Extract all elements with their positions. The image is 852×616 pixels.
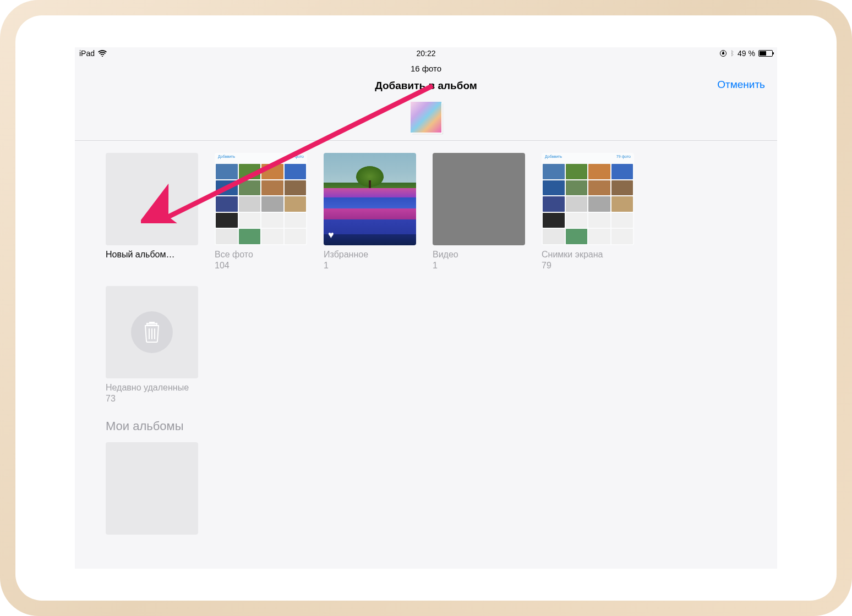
album-new[interactable]: Новый альбом… [106, 153, 198, 271]
album-tile-new[interactable] [106, 153, 198, 245]
device-label: iPad [79, 49, 95, 58]
album-screenshots[interactable]: Добавить79 фото Снимки экрана 79 [542, 153, 634, 271]
album-count: 1 [433, 261, 525, 271]
collage-left: Добавить [545, 155, 562, 162]
content-area: Новый альбом… Добавить79 фото [75, 141, 777, 547]
album-tile-user[interactable] [106, 442, 198, 535]
collage-right: 79 фото [616, 155, 631, 162]
album-all-photos[interactable]: Добавить79 фото Все фото 104 [215, 153, 307, 271]
photo-count: 16 фото [75, 59, 777, 75]
album-label: Все фото [215, 250, 307, 260]
album-count: 1 [324, 261, 416, 271]
album-count: 73 [106, 394, 198, 404]
header-title: Добавить в альбом [75, 80, 777, 92]
album-label: Снимки экрана [542, 250, 634, 260]
album-tile-favorites[interactable]: ♥ [324, 153, 416, 245]
ipad-frame: iPad 20:22 ᛒ 49 % 16 фото Добавить в аль… [0, 0, 852, 616]
selection-thumbnail [411, 102, 441, 133]
rotation-lock-icon [719, 50, 727, 57]
album-label: Видео [433, 250, 525, 260]
album-tile-deleted[interactable] [106, 286, 198, 378]
section-my-albums: Мои альбомы [106, 419, 746, 433]
album-grid: Новый альбом… Добавить79 фото [106, 153, 746, 404]
screen: iPad 20:22 ᛒ 49 % 16 фото Добавить в аль… [75, 47, 777, 569]
album-tile-all[interactable]: Добавить79 фото [215, 153, 307, 245]
collage-right: 79 фото [290, 155, 304, 162]
album-count: 104 [215, 261, 307, 271]
wifi-icon [98, 50, 107, 57]
album-favorites[interactable]: ♥ Избранное 1 [324, 153, 416, 271]
album-label: Недавно удаленные [106, 383, 198, 393]
my-albums-grid [106, 442, 746, 535]
status-bar: iPad 20:22 ᛒ 49 % [75, 47, 777, 59]
status-time: 20:22 [416, 49, 435, 58]
album-recently-deleted[interactable]: Недавно удаленные 73 [106, 286, 198, 404]
album-count: 79 [542, 261, 634, 271]
album-label: Новый альбом… [106, 250, 198, 260]
battery-icon [758, 50, 773, 57]
ipad-bezel: iPad 20:22 ᛒ 49 % 16 фото Добавить в аль… [15, 15, 837, 601]
heart-icon: ♥ [328, 229, 334, 241]
album-tile-screenshots[interactable]: Добавить79 фото [542, 153, 634, 245]
album-user[interactable] [106, 442, 198, 535]
bluetooth-icon: ᛒ [730, 50, 734, 57]
battery-text: 49 % [738, 49, 755, 58]
album-video[interactable]: Видео 1 [433, 153, 525, 271]
album-tile-video[interactable] [433, 153, 525, 245]
cancel-button[interactable]: Отменить [717, 79, 765, 91]
trash-circle [131, 311, 173, 353]
album-label: Избранное [324, 250, 416, 260]
collage-left: Добавить [218, 155, 235, 162]
header: Добавить в альбом Отменить [75, 75, 777, 100]
trash-icon [143, 321, 161, 343]
